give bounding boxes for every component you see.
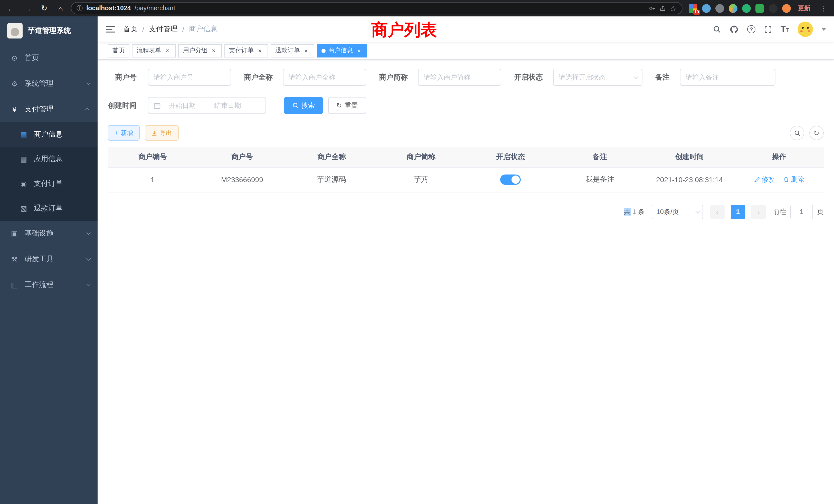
close-icon[interactable]: × [256, 47, 263, 54]
browser-update-button[interactable]: 更新 [795, 2, 813, 14]
share-icon[interactable] [659, 5, 666, 12]
tab-home[interactable]: 首页 [108, 44, 129, 57]
extension-icon[interactable] [755, 4, 764, 13]
col-header: 操作 [734, 147, 824, 167]
extension-icon[interactable] [729, 4, 738, 13]
short-name-input[interactable] [418, 69, 501, 86]
extension-icon[interactable] [742, 4, 751, 13]
sidebar-item-system[interactable]: ⚙ 系统管理 [0, 71, 97, 96]
fullscreen-icon[interactable] [764, 25, 772, 33]
next-page-button[interactable]: › [751, 205, 766, 219]
tab-user-group[interactable]: 用户分组 × [178, 44, 222, 57]
cell-actions: 修改 删除 [734, 167, 824, 192]
extension-icon[interactable] [769, 4, 777, 13]
breadcrumb-current: 商户信息 [189, 25, 218, 34]
user-avatar[interactable] [797, 22, 813, 37]
cell-merchant-no: M233666999 [197, 167, 287, 192]
status-select[interactable]: 请选择开启状态 [553, 69, 642, 86]
app-logo[interactable]: 芋道管理系统 [0, 17, 97, 45]
browser-home-button[interactable]: ⌂ [54, 2, 67, 14]
sidebar-item-home[interactable]: ⊙ 首页 [0, 45, 97, 71]
sidebar-item-workflow[interactable]: ▥ 工作流程 [0, 272, 97, 298]
browser-chrome: ← → ↻ ⌂ ⓘ localhost:1024/pay/merchant ☆ … [0, 0, 834, 17]
edit-link[interactable]: 修改 [754, 175, 775, 184]
bookmark-star-icon[interactable]: ☆ [670, 3, 677, 13]
toggle-search-icon[interactable] [790, 126, 804, 140]
date-range-picker[interactable]: - [148, 97, 266, 114]
reset-button[interactable]: ↻ 重置 [328, 97, 366, 114]
extension-icon[interactable]: 10 [689, 4, 697, 13]
cell-full-name: 芋道源码 [287, 167, 376, 192]
prev-page-button[interactable]: ‹ [710, 205, 725, 219]
hamburger-icon[interactable] [106, 25, 115, 34]
export-button[interactable]: 导出 [145, 125, 179, 141]
browser-menu-icon[interactable]: ⋮ [817, 4, 829, 12]
page-size-select[interactable]: 10条/页 [652, 205, 703, 219]
site-info-icon[interactable]: ⓘ [76, 4, 83, 13]
refresh-icon: ↻ [336, 101, 342, 109]
filter-short-name: 商户简称 [379, 69, 501, 86]
url-path: /pay/merchant [135, 5, 175, 12]
help-icon[interactable]: ? [747, 25, 755, 33]
chevron-down-icon [86, 256, 91, 261]
logo-avatar [7, 23, 23, 39]
github-icon[interactable] [730, 25, 739, 33]
sidebar-menu: ⊙ 首页 ⚙ 系统管理 ¥ 支付管理 ▤ 商户信息 [0, 45, 97, 504]
refresh-table-icon[interactable]: ↻ [809, 126, 824, 140]
sidebar-item-pay-order[interactable]: ◉ 支付订单 [0, 171, 97, 196]
breadcrumb-home[interactable]: 首页 [123, 25, 138, 34]
close-icon[interactable]: × [164, 47, 171, 54]
sidebar-item-payment[interactable]: ¥ 支付管理 [0, 96, 97, 122]
sidebar-item-devtools[interactable]: ⚒ 研发工具 [0, 246, 97, 272]
browser-forward-button[interactable]: → [22, 2, 34, 14]
goto-page: 前往 页 [773, 205, 824, 219]
download-icon [152, 130, 157, 136]
date-start-input[interactable] [164, 101, 201, 109]
delete-link[interactable]: 删除 [783, 175, 804, 184]
date-end-input[interactable] [209, 101, 246, 109]
dashboard-icon: ⊙ [10, 54, 19, 62]
browser-reload-button[interactable]: ↻ [38, 2, 50, 14]
tab-merchant-info[interactable]: 商户信息 × [317, 44, 367, 57]
close-icon[interactable]: × [303, 47, 310, 54]
tab-pay-order[interactable]: 支付订单 × [224, 44, 268, 57]
sidebar-item-app-info[interactable]: ▦ 应用信息 [0, 147, 97, 171]
goto-page-input[interactable] [790, 205, 813, 219]
filter-create-time: 创建时间 - [108, 97, 266, 114]
search-icon[interactable] [713, 25, 721, 33]
close-icon[interactable]: × [210, 47, 217, 54]
merchant-no-input[interactable] [148, 69, 231, 86]
font-size-icon[interactable]: TT [781, 25, 789, 34]
tab-process-form[interactable]: 流程表单 × [132, 44, 176, 57]
add-button[interactable]: + 新增 [108, 125, 140, 141]
search-button[interactable]: 搜索 [284, 97, 323, 114]
chevron-down-icon [86, 81, 91, 85]
avatar-caret-icon[interactable] [822, 28, 826, 30]
sidebar-item-infra[interactable]: ▣ 基础设施 [0, 221, 97, 246]
chevron-down-icon [634, 74, 638, 79]
avatar-cheek [808, 30, 810, 32]
url-bar[interactable]: ⓘ localhost:1024/pay/merchant ☆ [71, 2, 682, 14]
tab-refund-order[interactable]: 退款订单 × [271, 44, 314, 57]
status-toggle[interactable] [500, 175, 521, 185]
page-1-button[interactable]: 1 [731, 205, 745, 219]
full-name-input[interactable] [283, 69, 366, 86]
total-count: 共 1 条 [624, 207, 644, 216]
remark-input[interactable] [680, 69, 775, 86]
app-title: 芋道管理系统 [28, 26, 71, 36]
filter-status: 开启状态 请选择开启状态 [514, 69, 642, 86]
extension-icon[interactable] [702, 4, 711, 13]
sidebar-item-refund-order[interactable]: ▧ 退款订单 [0, 196, 97, 221]
col-header: 商户编号 [108, 147, 197, 167]
close-icon[interactable]: × [355, 47, 363, 54]
chevron-down-icon [86, 231, 91, 235]
gear-icon: ⚙ [10, 79, 19, 88]
breadcrumb-section[interactable]: 支付管理 [149, 25, 178, 34]
browser-back-button[interactable]: ← [5, 2, 18, 14]
password-key-icon[interactable] [649, 5, 656, 12]
extension-icon[interactable] [716, 4, 724, 13]
cell-short-name: 芋艿 [376, 167, 466, 192]
table-toolbar: + 新增 导出 ↻ [108, 125, 824, 141]
sidebar-item-merchant-info[interactable]: ▤ 商户信息 [0, 122, 97, 147]
profile-avatar-icon[interactable] [782, 4, 791, 13]
